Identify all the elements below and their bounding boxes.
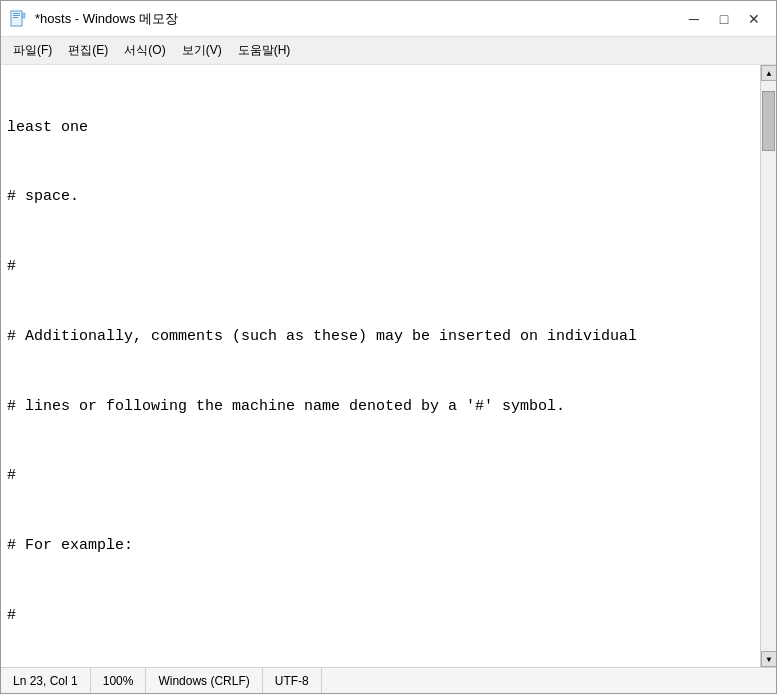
line-7: # For example:	[7, 534, 754, 557]
close-button[interactable]: ✕	[740, 7, 768, 31]
cursor-position: Ln 23, Col 1	[1, 668, 91, 693]
line-2: # space.	[7, 185, 754, 208]
vertical-scrollbar[interactable]: ▲ ▼	[760, 65, 776, 667]
status-bar: Ln 23, Col 1 100% Windows (CRLF) UTF-8	[1, 667, 776, 693]
scroll-down-button[interactable]: ▼	[761, 651, 776, 667]
zoom-level: 100%	[91, 668, 147, 693]
line-5: # lines or following the machine name de…	[7, 395, 754, 418]
line-3: #	[7, 255, 754, 278]
svg-rect-4	[22, 13, 25, 18]
menu-format[interactable]: 서식(O)	[116, 39, 173, 62]
title-bar-left: *hosts - Windows 메모장	[9, 10, 178, 28]
menu-file[interactable]: 파일(F)	[5, 39, 60, 62]
title-bar: *hosts - Windows 메모장 ─ □ ✕	[1, 1, 776, 37]
line-1: least one	[7, 116, 754, 139]
maximize-button[interactable]: □	[710, 7, 738, 31]
line-6: #	[7, 464, 754, 487]
menu-help[interactable]: 도움말(H)	[230, 39, 299, 62]
svg-rect-1	[13, 13, 20, 14]
menu-edit[interactable]: 편집(E)	[60, 39, 116, 62]
title-controls: ─ □ ✕	[680, 7, 768, 31]
scroll-up-button[interactable]: ▲	[761, 65, 776, 81]
svg-rect-3	[13, 17, 18, 18]
notepad-icon	[9, 10, 27, 28]
menu-view[interactable]: 보기(V)	[174, 39, 230, 62]
encoding: UTF-8	[263, 668, 322, 693]
menu-bar: 파일(F) 편집(E) 서식(O) 보기(V) 도움말(H)	[1, 37, 776, 65]
scroll-track[interactable]	[761, 81, 776, 651]
notepad-window: *hosts - Windows 메모장 ─ □ ✕ 파일(F) 편집(E) 서…	[0, 0, 777, 694]
text-editor[interactable]: least one # space. # # Additionally, com…	[1, 65, 760, 667]
line-4: # Additionally, comments (such as these)…	[7, 325, 754, 348]
line-8: #	[7, 604, 754, 627]
minimize-button[interactable]: ─	[680, 7, 708, 31]
content-area: least one # space. # # Additionally, com…	[1, 65, 776, 667]
line-ending: Windows (CRLF)	[146, 668, 262, 693]
window-title: *hosts - Windows 메모장	[35, 10, 178, 28]
scroll-thumb[interactable]	[762, 91, 775, 151]
svg-rect-2	[13, 15, 20, 16]
